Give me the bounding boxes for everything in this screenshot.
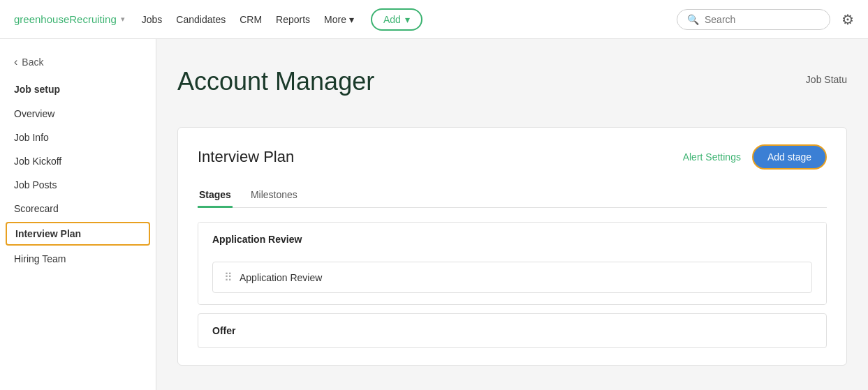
card-actions: Alert Settings Add stage [683,144,827,170]
drag-handle-icon[interactable]: ⠿ [224,271,233,284]
interview-plan-card: Interview Plan Alert Settings Add stage … [177,127,847,366]
nav-candidates[interactable]: Candidates [176,14,226,25]
nav-right: 🔍 ⚙ [677,9,854,30]
top-nav: greenhouseRecruiting ▾ Jobs Candidates C… [0,0,868,39]
add-button[interactable]: Add ▾ [371,8,422,31]
gear-icon[interactable]: ⚙ [841,11,854,28]
search-icon: 🔍 [687,14,699,25]
alert-settings-link[interactable]: Alert Settings [683,151,741,163]
stage-item-name: Application Review [240,272,322,283]
sidebar-item-job-posts[interactable]: Job Posts [0,173,156,197]
back-chevron-icon: ‹ [14,56,17,68]
sidebar-item-hiring-team[interactable]: Hiring Team [0,247,156,271]
card-header: Interview Plan Alert Settings Add stage [198,144,827,170]
back-button[interactable]: ‹ Back [0,50,156,74]
sidebar: ‹ Back Job setup Overview Job Info Job K… [0,39,156,390]
nav-crm[interactable]: CRM [240,14,262,25]
main-content: Account Manager Job Statu Interview Plan… [156,39,868,390]
tab-milestones[interactable]: Milestones [249,183,299,208]
sidebar-section-title: Job setup [0,80,156,99]
nav-links: Jobs Candidates CRM Reports More ▾ [142,14,354,25]
sidebar-item-interview-plan[interactable]: Interview Plan [6,222,150,246]
stage-name-application-review: Application Review [212,234,302,245]
tab-stages[interactable]: Stages [198,183,233,208]
sidebar-item-overview[interactable]: Overview [0,102,156,126]
search-input[interactable] [705,14,820,25]
page-title: Account Manager [177,67,374,96]
add-stage-button[interactable]: Add stage [752,144,827,170]
nav-jobs[interactable]: Jobs [142,14,163,25]
nav-more[interactable]: More ▾ [324,14,354,25]
tabs: Stages Milestones [198,183,827,208]
sidebar-item-scorecard[interactable]: Scorecard [0,197,156,220]
stage-item-application-review: ⠿ Application Review [212,262,812,293]
job-status-label: Job Statu [806,67,847,85]
search-box[interactable]: 🔍 [677,9,830,30]
stage-name-offer: Offer [212,325,235,336]
stage-content-application-review: ⠿ Application Review [198,256,826,304]
more-chevron-icon: ▾ [349,14,354,25]
stage-row-offer: Offer [198,313,827,348]
logo-text: greenhouseRecruiting [14,13,117,25]
page-header: Account Manager Job Statu [177,67,847,113]
page-layout: ‹ Back Job setup Overview Job Info Job K… [0,39,868,390]
add-chevron-icon: ▾ [405,14,410,25]
stage-header-application-review: Application Review [198,223,826,256]
sidebar-item-job-kickoff[interactable]: Job Kickoff [0,149,156,173]
stage-row-application-review: Application Review ⠿ Application Review [198,222,827,305]
logo[interactable]: greenhouseRecruiting ▾ [14,13,125,25]
interview-plan-title: Interview Plan [198,148,294,166]
logo-dropdown-icon[interactable]: ▾ [121,15,125,24]
nav-reports[interactable]: Reports [276,14,310,25]
sidebar-item-job-info[interactable]: Job Info [0,126,156,149]
